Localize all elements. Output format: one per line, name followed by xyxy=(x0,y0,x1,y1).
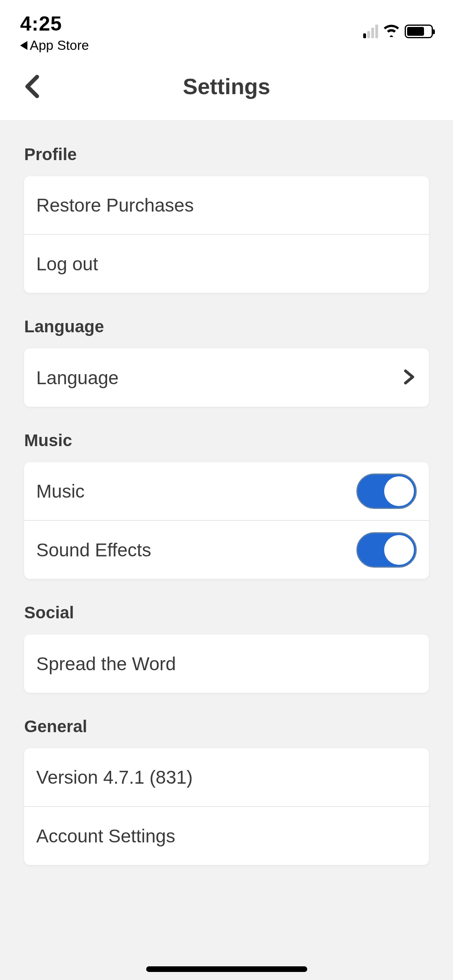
section-language: Language Language xyxy=(0,317,453,407)
version-label: Version 4.7.1 (831) xyxy=(36,766,193,788)
home-indicator[interactable] xyxy=(146,966,307,972)
language-row[interactable]: Language xyxy=(24,348,429,407)
sound-effects-label: Sound Effects xyxy=(36,539,151,561)
version-row: Version 4.7.1 (831) xyxy=(24,748,429,807)
page-title: Settings xyxy=(0,74,453,99)
nav-bar: Settings xyxy=(0,52,453,121)
logout-label: Log out xyxy=(36,253,98,275)
status-bar: 4:25 App Store xyxy=(0,0,453,52)
return-to-app-store[interactable]: App Store xyxy=(20,38,89,53)
battery-icon xyxy=(405,25,433,38)
music-card: Music Sound Effects xyxy=(24,462,429,579)
battery-fill xyxy=(407,27,424,36)
svg-marker-0 xyxy=(20,41,27,50)
chevron-right-icon xyxy=(401,369,417,386)
restore-purchases-row[interactable]: Restore Purchases xyxy=(24,176,429,235)
section-header-music: Music xyxy=(0,431,453,462)
spread-row[interactable]: Spread the Word xyxy=(24,634,429,693)
restore-purchases-label: Restore Purchases xyxy=(36,194,194,216)
status-left: 4:25 App Store xyxy=(20,12,89,53)
wifi-icon xyxy=(383,24,400,39)
spread-label: Spread the Word xyxy=(36,653,176,675)
back-button[interactable] xyxy=(20,74,44,99)
music-row: Music xyxy=(24,462,429,521)
sound-effects-toggle[interactable] xyxy=(356,532,417,568)
account-settings-label: Account Settings xyxy=(36,825,175,847)
toggle-knob xyxy=(384,535,414,565)
breadcrumb-label: App Store xyxy=(30,38,89,53)
back-triangle-icon xyxy=(20,38,27,53)
sound-effects-row: Sound Effects xyxy=(24,521,429,579)
account-settings-row[interactable]: Account Settings xyxy=(24,807,429,865)
general-card: Version 4.7.1 (831) Account Settings xyxy=(24,748,429,865)
language-card: Language xyxy=(24,348,429,407)
music-label: Music xyxy=(36,480,85,502)
status-right xyxy=(363,12,433,39)
section-social: Social Spread the Word xyxy=(0,603,453,693)
music-toggle[interactable] xyxy=(356,474,417,509)
section-header-general: General xyxy=(0,717,453,748)
social-card: Spread the Word xyxy=(24,634,429,693)
language-label: Language xyxy=(36,367,119,389)
section-profile: Profile Restore Purchases Log out xyxy=(0,145,453,293)
section-general: General Version 4.7.1 (831) Account Sett… xyxy=(0,717,453,865)
toggle-knob xyxy=(384,476,414,506)
profile-card: Restore Purchases Log out xyxy=(24,176,429,293)
logout-row[interactable]: Log out xyxy=(24,235,429,293)
section-header-language: Language xyxy=(0,317,453,348)
content: Profile Restore Purchases Log out Langua… xyxy=(0,145,453,865)
cellular-signal-icon xyxy=(363,25,378,38)
section-music: Music Music Sound Effects xyxy=(0,431,453,579)
status-time: 4:25 xyxy=(20,12,89,35)
section-header-social: Social xyxy=(0,603,453,634)
section-header-profile: Profile xyxy=(0,145,453,176)
